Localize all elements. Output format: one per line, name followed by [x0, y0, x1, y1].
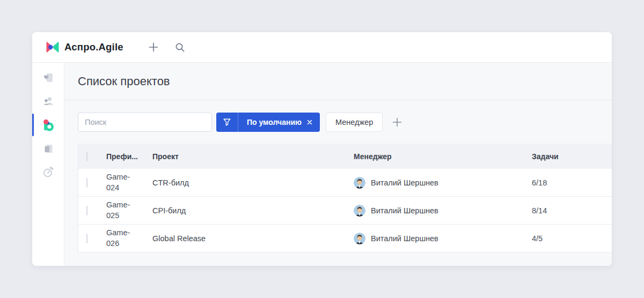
plus-icon: [392, 117, 402, 128]
project-prefix: Game-025: [106, 200, 140, 221]
active-filter-chip[interactable]: По умолчанию: [216, 113, 320, 132]
timer-icon: [42, 166, 55, 178]
project-name[interactable]: CPI-билд: [152, 206, 354, 215]
search-icon: [175, 42, 185, 53]
active-filter-label: По умолчанию: [238, 118, 306, 126]
manager-name: Виталий Шершнев: [371, 178, 438, 187]
filter-bar: По умолчанию Менеджер: [64, 100, 612, 144]
active-indicator: [32, 114, 34, 136]
create-button[interactable]: [146, 40, 161, 55]
table-row[interactable]: Game-025 CPI-билд Виталий: [78, 197, 612, 225]
add-filter-button[interactable]: [390, 115, 404, 129]
page-title: Список проектов: [78, 74, 170, 88]
column-header-tasks: Задачи: [532, 152, 612, 161]
close-icon[interactable]: [306, 120, 320, 125]
tasks-count: 4/5: [532, 234, 612, 243]
sidebar-item-favorites-board[interactable]: [32, 66, 64, 90]
topbar: Аспро.Agile: [32, 32, 612, 63]
sidebar-item-team[interactable]: [32, 90, 64, 113]
tasks-count: 8/14: [532, 206, 612, 215]
avatar: [354, 205, 365, 217]
main-content: Список проектов По умолчанию: [64, 63, 612, 266]
project-prefix: Game-026: [106, 228, 140, 249]
column-header-manager: Менеджер: [354, 152, 532, 161]
sidebar-item-time-tracking[interactable]: [32, 160, 64, 184]
board-heart-icon: [42, 71, 55, 84]
avatar: [354, 233, 365, 244]
sidebar-item-projects[interactable]: [32, 113, 64, 137]
documents-icon: [42, 142, 55, 155]
brand-title: Аспро.Agile: [64, 41, 123, 53]
plus-icon: [148, 42, 159, 53]
manager-name: Виталий Шершнев: [371, 206, 438, 215]
table-header-row: Префи... Проект Менеджер Задачи: [78, 144, 612, 169]
sidebar: [32, 63, 64, 266]
row-checkbox[interactable]: [86, 234, 87, 243]
search-input[interactable]: [78, 113, 212, 132]
row-checkbox[interactable]: [86, 178, 87, 188]
table-row[interactable]: Game-026 Global Release Ви: [78, 225, 612, 252]
avatar: [354, 177, 365, 189]
app-logo-icon: [45, 41, 60, 53]
global-search-button[interactable]: [173, 40, 188, 55]
app-body: Список проектов По умолчанию: [32, 63, 612, 266]
manager-filter-button[interactable]: Менеджер: [326, 113, 383, 132]
row-checkbox[interactable]: [86, 206, 87, 215]
page-header: Список проектов: [64, 63, 612, 100]
tasks-count: 6/18: [532, 178, 612, 187]
table-row[interactable]: Game-024 CTR-билд: [78, 169, 612, 197]
column-header-prefix: Префи...: [106, 152, 152, 161]
app-window: Аспро.Agile: [32, 32, 612, 266]
funnel-icon[interactable]: [216, 118, 238, 126]
projects-icon: [41, 118, 55, 132]
project-prefix: Game-024: [106, 172, 140, 193]
column-header-project: Проект: [152, 152, 354, 161]
sidebar-item-documents[interactable]: [32, 137, 64, 160]
select-all-checkbox[interactable]: [86, 152, 87, 161]
team-icon: [42, 95, 55, 108]
project-name[interactable]: CTR-билд: [152, 178, 354, 187]
projects-table: Префи... Проект Менеджер Задачи Game-024…: [78, 144, 612, 252]
project-name[interactable]: Global Release: [152, 234, 354, 243]
manager-name: Виталий Шершнев: [371, 234, 438, 243]
